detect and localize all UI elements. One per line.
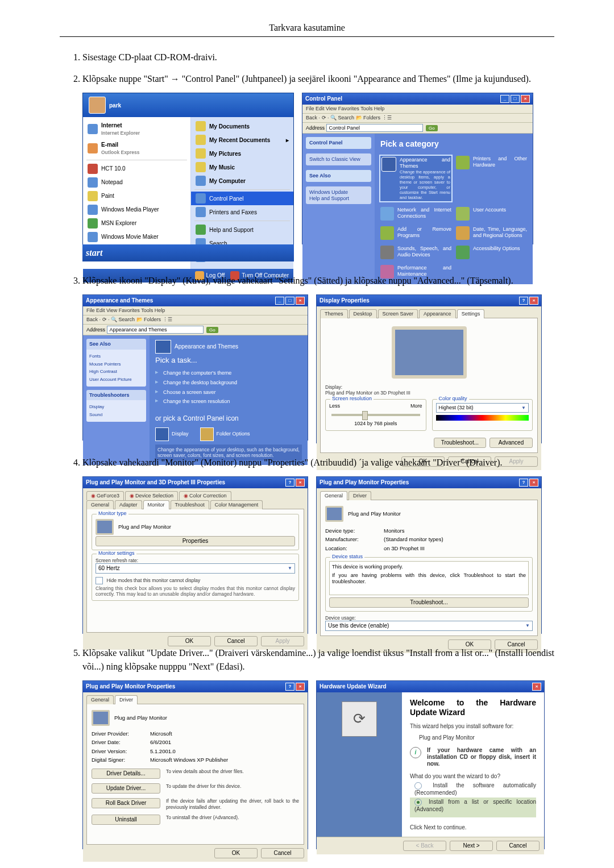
at-seealso-2[interactable]: High Contrast: [89, 368, 143, 376]
sm-mymusic[interactable]: My Music: [191, 160, 293, 174]
cp-switch-view[interactable]: Switch to Classic View: [306, 153, 371, 165]
tab-screensaver[interactable]: Screen Saver: [378, 309, 418, 318]
cat-users[interactable]: User Accounts: [456, 207, 527, 221]
cancel-button[interactable]: Cancel: [496, 841, 540, 851]
uninstall-button[interactable]: Uninstall: [92, 815, 160, 825]
sm-printers[interactable]: Printers and Faxes: [191, 205, 293, 219]
ok-button[interactable]: OK: [214, 848, 258, 858]
cat-access[interactable]: Accessibility Options: [456, 246, 527, 259]
maximize-icon[interactable]: □: [511, 95, 520, 103]
update-driver-button[interactable]: Update Driver...: [92, 783, 160, 794]
close-icon[interactable]: ×: [296, 479, 305, 487]
troubleshoot-button[interactable]: Troubleshoot...: [329, 597, 529, 608]
cp-addressbar[interactable]: Address Control Panel Go: [302, 123, 533, 134]
sm-app-1[interactable]: Notepad: [83, 176, 190, 189]
tab-themes[interactable]: Themes: [320, 309, 348, 318]
tab-devicesel[interactable]: ◉Device Selection: [125, 491, 178, 500]
sm-app-4[interactable]: MSN Explorer: [83, 217, 190, 230]
tab-monitor[interactable]: Monitor: [143, 500, 169, 509]
tab-desktop[interactable]: Desktop: [349, 309, 377, 318]
hide-modes-checkbox[interactable]: [96, 577, 103, 584]
cp-menubar[interactable]: File Edit View Favorites Tools Help: [302, 105, 533, 114]
at-addressbar[interactable]: Address Appearance and Themes Go: [83, 325, 308, 336]
help-icon[interactable]: ?: [285, 479, 294, 487]
tab-troubleshoot[interactable]: Troubleshoot: [171, 500, 209, 509]
at-menubar[interactable]: File Edit View Favorites Tools Help: [83, 306, 308, 315]
sm-app-0[interactable]: HCT 10.0: [83, 162, 190, 176]
cat-addremove[interactable]: Add or Remove Programs: [380, 226, 451, 240]
apply-button[interactable]: Apply: [261, 636, 304, 646]
sm-mypics[interactable]: My Pictures: [191, 147, 293, 160]
sm-mydocs[interactable]: My Documents: [191, 119, 293, 133]
tab-colormgmt[interactable]: Color Management: [210, 500, 263, 509]
sm-mycomputer[interactable]: My Computer: [191, 174, 293, 188]
taskbar-start[interactable]: start: [82, 244, 294, 261]
cp-seealso-0[interactable]: Windows Update: [309, 189, 368, 196]
rollback-button[interactable]: Roll Back Driver: [92, 798, 160, 808]
task-0[interactable]: Change the computer's theme: [155, 368, 302, 378]
tab-general[interactable]: General: [86, 695, 114, 704]
close-icon[interactable]: ×: [529, 479, 538, 487]
help-icon[interactable]: ?: [519, 479, 528, 487]
cat-printers[interactable]: Printers and Other Hardware: [456, 156, 527, 201]
help-icon[interactable]: ?: [285, 683, 294, 691]
minimize-icon[interactable]: _: [500, 95, 509, 103]
back-button[interactable]: < Back: [403, 841, 446, 851]
tab-general[interactable]: General: [320, 491, 347, 500]
next-button[interactable]: Next >: [450, 841, 493, 851]
at-ts-1[interactable]: Sound: [89, 411, 143, 419]
sm-app-3[interactable]: Windows Media Player: [83, 203, 190, 217]
sm-internet[interactable]: Internet Internet Explorer: [83, 119, 190, 139]
sm-controlpanel[interactable]: Control Panel: [191, 192, 293, 205]
close-icon[interactable]: ×: [529, 297, 538, 305]
sm-email[interactable]: E-mail Outlook Express: [83, 139, 190, 158]
go-button[interactable]: Go: [206, 327, 218, 334]
maximize-icon[interactable]: □: [285, 297, 294, 305]
advanced-button[interactable]: Advanced: [489, 438, 533, 448]
tab-appearance[interactable]: Appearance: [419, 309, 456, 318]
task-3[interactable]: Change the screen resolution: [155, 397, 302, 406]
tab-settings[interactable]: Settings: [457, 309, 485, 318]
opt-auto-radio[interactable]: [414, 782, 422, 790]
close-icon[interactable]: ×: [521, 95, 530, 103]
at-seealso-0[interactable]: Fonts: [89, 352, 143, 360]
tab-driver[interactable]: Driver: [115, 695, 138, 704]
device-usage-select[interactable]: Use this device (enable) ▼: [325, 621, 533, 631]
ok-button[interactable]: OK: [168, 636, 211, 646]
at-ts-0[interactable]: Display: [89, 403, 143, 411]
driver-details-button[interactable]: Driver Details...: [92, 769, 160, 779]
tab-adapter[interactable]: Adapter: [115, 500, 142, 509]
task-1[interactable]: Change the desktop background: [155, 378, 302, 388]
close-icon[interactable]: ×: [296, 683, 305, 691]
close-icon[interactable]: ×: [296, 297, 305, 305]
sm-help[interactable]: Help and Support: [191, 223, 293, 236]
cat-appearance[interactable]: Appearance and Themes Change the appeara…: [380, 156, 451, 201]
sm-app-5[interactable]: Windows Movie Maker: [83, 230, 190, 244]
resolution-slider[interactable]: [331, 414, 420, 416]
tab-driver[interactable]: Driver: [349, 491, 371, 500]
sm-recent[interactable]: My Recent Documents▸: [191, 133, 293, 147]
at-toolbar[interactable]: Back · ⟳ · 🔍 Search 📂 Folders ⋮☰: [83, 315, 308, 325]
help-icon[interactable]: ?: [519, 297, 528, 305]
close-icon[interactable]: ×: [532, 683, 541, 691]
troubleshoot-button[interactable]: Troubleshoot...: [434, 438, 486, 448]
color-quality-select[interactable]: Highest (32 bit) ▼: [436, 403, 529, 413]
minimize-icon[interactable]: _: [275, 297, 284, 305]
task-2[interactable]: Choose a screen saver: [155, 388, 302, 397]
at-address-input[interactable]: Appearance and Themes: [107, 326, 204, 334]
cat-sound[interactable]: Sounds, Speech, and Audio Devices: [380, 246, 451, 259]
cp-toolbar[interactable]: Back · ⟳ · 🔍 Search 📂 Folders ⋮☰: [302, 114, 533, 123]
cat-regional[interactable]: Date, Time, Language, and Regional Optio…: [456, 226, 527, 240]
at-seealso-3[interactable]: User Account Picture: [89, 376, 143, 384]
go-button[interactable]: Go: [426, 125, 438, 132]
cpicon-folder[interactable]: Folder Options: [200, 427, 250, 441]
cpicon-display[interactable]: Display: [155, 427, 189, 441]
cancel-button[interactable]: Cancel: [214, 636, 258, 646]
opt-list-radio[interactable]: [414, 799, 422, 806]
sm-app-2[interactable]: Paint: [83, 189, 190, 203]
cancel-button[interactable]: Cancel: [261, 848, 304, 858]
at-seealso-1[interactable]: Mouse Pointers: [89, 360, 143, 368]
cat-network[interactable]: Network and Internet Connections: [380, 207, 451, 221]
tab-geforce[interactable]: ◉GeForce3: [86, 491, 124, 500]
tab-general[interactable]: General: [86, 500, 114, 509]
